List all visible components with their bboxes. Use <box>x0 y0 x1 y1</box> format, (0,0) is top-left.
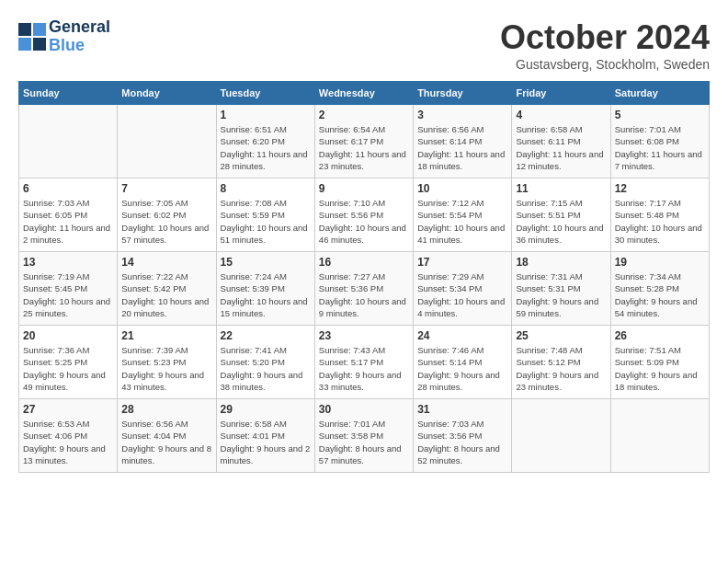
day-detail: Sunrise: 7:05 AMSunset: 6:02 PMDaylight:… <box>121 197 211 246</box>
day-detail: Sunrise: 7:08 AMSunset: 5:59 PMDaylight:… <box>221 197 311 246</box>
day-detail: Sunrise: 6:56 AMSunset: 4:04 PMDaylight:… <box>121 418 211 466</box>
logo-line1: General <box>49 18 110 37</box>
day-number: 16 <box>319 256 409 269</box>
svg-rect-0 <box>18 23 31 36</box>
day-number: 22 <box>221 329 311 342</box>
day-detail: Sunrise: 7:17 AMSunset: 5:48 PMDaylight:… <box>615 197 705 246</box>
page-header: General Blue October 2024 Gustavsberg, S… <box>18 18 710 72</box>
day-number: 12 <box>615 182 705 195</box>
day-number: 24 <box>417 329 507 342</box>
day-header-wednesday: Wednesday <box>314 82 413 105</box>
month-title: October 2024 <box>500 18 710 57</box>
day-detail: Sunrise: 7:01 AMSunset: 3:58 PMDaylight:… <box>319 418 409 466</box>
calendar-cell: 31Sunrise: 7:03 AMSunset: 3:56 PMDayligh… <box>414 399 512 473</box>
day-detail: Sunrise: 6:56 AMSunset: 6:14 PMDaylight:… <box>417 123 507 172</box>
day-detail: Sunrise: 7:41 AMSunset: 5:20 PMDaylight:… <box>221 344 311 393</box>
day-number: 21 <box>121 329 211 342</box>
day-detail: Sunrise: 7:36 AMSunset: 5:25 PMDaylight:… <box>23 344 113 393</box>
calendar-cell: 30Sunrise: 7:01 AMSunset: 3:58 PMDayligh… <box>314 399 413 473</box>
day-number: 1 <box>221 109 311 121</box>
calendar-cell: 13Sunrise: 7:19 AMSunset: 5:45 PMDayligh… <box>19 252 118 326</box>
calendar-cell: 15Sunrise: 7:24 AMSunset: 5:39 PMDayligh… <box>216 252 314 326</box>
day-header-monday: Monday <box>118 82 216 105</box>
day-detail: Sunrise: 6:58 AMSunset: 6:11 PMDaylight:… <box>516 123 606 172</box>
day-number: 20 <box>23 329 113 342</box>
day-number: 28 <box>121 403 211 416</box>
svg-rect-2 <box>18 38 31 51</box>
calendar-cell: 12Sunrise: 7:17 AMSunset: 5:48 PMDayligh… <box>610 178 709 252</box>
week-row-5: 27Sunrise: 6:53 AMSunset: 4:06 PMDayligh… <box>19 399 710 473</box>
day-detail: Sunrise: 7:15 AMSunset: 5:51 PMDaylight:… <box>516 197 606 246</box>
day-detail: Sunrise: 7:10 AMSunset: 5:56 PMDaylight:… <box>319 197 409 246</box>
day-detail: Sunrise: 6:51 AMSunset: 6:20 PMDaylight:… <box>221 123 311 172</box>
calendar-cell <box>19 105 118 178</box>
day-header-sunday: Sunday <box>19 82 118 105</box>
day-number: 5 <box>615 109 705 121</box>
calendar-cell: 17Sunrise: 7:29 AMSunset: 5:34 PMDayligh… <box>414 252 512 326</box>
day-number: 8 <box>221 182 311 195</box>
day-detail: Sunrise: 7:31 AMSunset: 5:31 PMDaylight:… <box>516 270 606 319</box>
day-number: 4 <box>516 109 606 121</box>
calendar-cell: 19Sunrise: 7:34 AMSunset: 5:28 PMDayligh… <box>610 252 709 326</box>
day-number: 31 <box>417 403 507 416</box>
day-detail: Sunrise: 7:01 AMSunset: 6:08 PMDaylight:… <box>615 123 705 172</box>
svg-rect-3 <box>33 38 46 51</box>
day-header-friday: Friday <box>512 82 610 105</box>
week-row-1: 1Sunrise: 6:51 AMSunset: 6:20 PMDaylight… <box>19 105 710 178</box>
day-detail: Sunrise: 7:34 AMSunset: 5:28 PMDaylight:… <box>615 270 705 319</box>
day-number: 13 <box>23 256 113 269</box>
day-number: 2 <box>319 109 409 121</box>
calendar-cell: 24Sunrise: 7:46 AMSunset: 5:14 PMDayligh… <box>414 326 512 399</box>
day-number: 3 <box>417 109 507 121</box>
calendar-cell: 23Sunrise: 7:43 AMSunset: 5:17 PMDayligh… <box>314 326 413 399</box>
day-number: 17 <box>417 256 507 269</box>
day-detail: Sunrise: 7:12 AMSunset: 5:54 PMDaylight:… <box>417 197 507 246</box>
calendar-cell: 25Sunrise: 7:48 AMSunset: 5:12 PMDayligh… <box>512 326 610 399</box>
day-detail: Sunrise: 7:51 AMSunset: 5:09 PMDaylight:… <box>615 344 705 393</box>
day-header-thursday: Thursday <box>414 82 512 105</box>
day-detail: Sunrise: 7:27 AMSunset: 5:36 PMDaylight:… <box>319 270 409 319</box>
logo-icon <box>18 23 46 51</box>
day-detail: Sunrise: 7:43 AMSunset: 5:17 PMDaylight:… <box>319 344 409 393</box>
day-detail: Sunrise: 7:48 AMSunset: 5:12 PMDaylight:… <box>516 344 606 393</box>
day-detail: Sunrise: 7:03 AMSunset: 6:05 PMDaylight:… <box>23 197 113 246</box>
calendar-cell: 22Sunrise: 7:41 AMSunset: 5:20 PMDayligh… <box>216 326 314 399</box>
day-number: 15 <box>221 256 311 269</box>
calendar-cell: 27Sunrise: 6:53 AMSunset: 4:06 PMDayligh… <box>19 399 118 473</box>
calendar-cell: 26Sunrise: 7:51 AMSunset: 5:09 PMDayligh… <box>610 326 709 399</box>
day-number: 25 <box>516 329 606 342</box>
calendar-cell: 3Sunrise: 6:56 AMSunset: 6:14 PMDaylight… <box>414 105 512 178</box>
calendar-cell: 6Sunrise: 7:03 AMSunset: 6:05 PMDaylight… <box>19 178 118 252</box>
day-detail: Sunrise: 7:46 AMSunset: 5:14 PMDaylight:… <box>417 344 507 393</box>
calendar-cell <box>610 399 709 473</box>
day-number: 30 <box>319 403 409 416</box>
logo-line2: Blue <box>49 37 110 55</box>
day-number: 11 <box>516 182 606 195</box>
day-number: 10 <box>417 182 507 195</box>
day-number: 6 <box>23 182 113 195</box>
calendar-cell: 7Sunrise: 7:05 AMSunset: 6:02 PMDaylight… <box>118 178 216 252</box>
logo: General Blue <box>18 18 110 55</box>
calendar-cell: 4Sunrise: 6:58 AMSunset: 6:11 PMDaylight… <box>512 105 610 178</box>
day-number: 27 <box>23 403 113 416</box>
day-number: 18 <box>516 256 606 269</box>
week-row-2: 6Sunrise: 7:03 AMSunset: 6:05 PMDaylight… <box>19 178 710 252</box>
calendar-cell: 20Sunrise: 7:36 AMSunset: 5:25 PMDayligh… <box>19 326 118 399</box>
location-subtitle: Gustavsberg, Stockholm, Sweden <box>500 57 710 72</box>
calendar-body: 1Sunrise: 6:51 AMSunset: 6:20 PMDaylight… <box>19 105 710 473</box>
week-row-4: 20Sunrise: 7:36 AMSunset: 5:25 PMDayligh… <box>19 326 710 399</box>
day-number: 7 <box>121 182 211 195</box>
calendar-cell: 11Sunrise: 7:15 AMSunset: 5:51 PMDayligh… <box>512 178 610 252</box>
title-block: October 2024 Gustavsberg, Stockholm, Swe… <box>500 18 710 72</box>
day-number: 26 <box>615 329 705 342</box>
calendar-cell: 21Sunrise: 7:39 AMSunset: 5:23 PMDayligh… <box>118 326 216 399</box>
day-detail: Sunrise: 7:29 AMSunset: 5:34 PMDaylight:… <box>417 270 507 319</box>
calendar-cell: 1Sunrise: 6:51 AMSunset: 6:20 PMDaylight… <box>216 105 314 178</box>
day-detail: Sunrise: 7:03 AMSunset: 3:56 PMDaylight:… <box>417 418 507 466</box>
day-number: 9 <box>319 182 409 195</box>
day-number: 23 <box>319 329 409 342</box>
calendar-cell: 29Sunrise: 6:58 AMSunset: 4:01 PMDayligh… <box>216 399 314 473</box>
day-detail: Sunrise: 7:24 AMSunset: 5:39 PMDaylight:… <box>221 270 311 319</box>
calendar-table: SundayMondayTuesdayWednesdayThursdayFrid… <box>18 81 710 473</box>
calendar-cell: 2Sunrise: 6:54 AMSunset: 6:17 PMDaylight… <box>314 105 413 178</box>
